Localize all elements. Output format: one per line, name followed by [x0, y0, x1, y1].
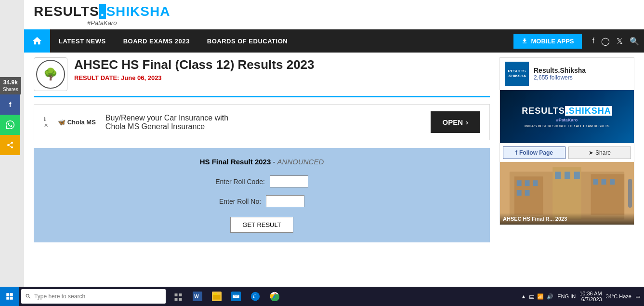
taskbar: W ▲ 🖴 📶 🔊 ENG IN 10:36 AM 6/7/2023 34°C … [0, 287, 644, 306]
mobile-apps-button[interactable]: MOBILE APPS [513, 34, 581, 49]
get-result-button[interactable]: GET RESULT [230, 217, 293, 233]
sidebar-page-info: Results.Shiksha 2,655 followers [534, 67, 586, 81]
article-logo-inner: 🌳 [36, 60, 65, 89]
main-content: 🌳 AHSEC HS Final (Class 12) Results 2023… [34, 57, 490, 242]
logo-results: RESULTS [34, 4, 99, 19]
logo-dot: . [99, 4, 106, 19]
taskbar-task-view[interactable] [170, 288, 187, 305]
result-announced: HS Final Result 2023 - ANNOUNCED [43, 158, 480, 166]
logo-shiksha: SHIKSHA [106, 4, 170, 19]
logo-text: RESULTS.SHIKSHA [34, 5, 170, 18]
twitter-nav-icon[interactable]: 𝕏 [617, 37, 623, 46]
roll-no-input[interactable] [266, 195, 304, 207]
taskbar-clock: 10:36 AM 6/7/2023 [579, 291, 602, 302]
sidebar: RESULTS .SHIKSHA Results.Shiksha 2,655 f… [499, 57, 634, 242]
taskbar-mail-icon[interactable] [227, 288, 245, 305]
svg-rect-13 [593, 179, 598, 185]
article-title-block: AHSEC HS Final (Class 12) Results 2023 R… [74, 57, 490, 81]
whatsapp-share-button[interactable] [0, 115, 20, 135]
taskbar-word-icon[interactable]: W [189, 288, 206, 305]
start-button[interactable] [0, 287, 19, 306]
sidebar-logo-small: RESULTS .SHIKSHA [505, 62, 529, 86]
taskbar-right: ▲ 🖴 📶 🔊 ENG IN 10:36 AM 6/7/2023 34°C Ha… [517, 291, 644, 302]
ad-logo: 🦋 Chola MS [58, 119, 96, 126]
follow-page-button[interactable]: f Follow Page [503, 146, 565, 159]
sidebar-preview-image: RESULTS.SHIKSHA #PataKaro INDIA'S BEST R… [500, 90, 634, 143]
taskbar-explorer-icon[interactable] [208, 288, 225, 305]
generic-share-button[interactable] [0, 135, 20, 155]
site-header: RESULTS.SHIKSHA #PataKaro [24, 0, 644, 29]
roll-code-row: Enter Roll Code: [43, 175, 480, 187]
logo-tree-icon: 🌳 [43, 67, 58, 81]
nav-social-icons: f ◯ 𝕏 🔍 [588, 37, 644, 46]
nav-board-exams[interactable]: BOARD EXAMS 2023 [115, 29, 198, 53]
taskbar-weather: 34°C Haze [606, 293, 631, 299]
svg-rect-12 [574, 172, 580, 179]
ad-text: Buy/Renew your Car Insurance with Chola … [105, 114, 421, 131]
article-logo: 🌳 [34, 57, 67, 91]
article-divider [34, 96, 490, 97]
content-area: 🌳 AHSEC HS Final (Class 12) Results 2023… [24, 57, 644, 247]
sidebar-building-image: AHSEC HS Final R... 2023 [500, 162, 634, 225]
ad-banner: ℹ ✕ 🦋 Chola MS Buy/Renew your Car Insura… [34, 104, 490, 140]
roll-no-row: Enter Roll No: [43, 195, 480, 207]
facebook-nav-icon[interactable]: f [592, 37, 594, 45]
nav-home-button[interactable] [24, 29, 50, 53]
sidebar-fb-card: RESULTS .SHIKSHA Results.Shiksha 2,655 f… [499, 57, 634, 225]
taskbar-language: ENG IN [557, 293, 576, 299]
result-form-container: HS Final Result 2023 - ANNOUNCED Enter R… [34, 148, 490, 242]
ad-open-button[interactable]: OPEN › [431, 111, 480, 133]
svg-rect-6 [525, 180, 530, 186]
ad-info-icons[interactable]: ℹ ✕ [44, 116, 48, 129]
taskbar-edge-icon[interactable] [247, 288, 264, 305]
site-logo[interactable]: RESULTS.SHIKSHA #PataKaro [34, 5, 170, 27]
taskbar-search-input[interactable] [34, 293, 162, 300]
svg-rect-8 [517, 190, 522, 196]
share-count: 34.9k Shares [0, 77, 21, 94]
main-nav: LATEST NEWS BOARD EXAMS 2023 BOARDS OF E… [24, 29, 644, 53]
nav-latest-news[interactable]: LATEST NEWS [50, 29, 115, 53]
sidebar-share-button[interactable]: ➤ Share [568, 146, 631, 159]
roll-no-label: Enter Roll No: [219, 198, 261, 205]
svg-point-20 [251, 292, 260, 301]
search-nav-icon[interactable]: 🔍 [630, 37, 639, 46]
taskbar-search-box[interactable] [21, 289, 166, 304]
sidebar-scroll-indicator[interactable] [628, 179, 632, 208]
article-title: AHSEC HS Final (Class 12) Results 2023 [74, 57, 490, 72]
article-header: 🌳 AHSEC HS Final (Class 12) Results 2023… [34, 57, 490, 91]
instagram-nav-icon[interactable]: ◯ [601, 37, 610, 46]
logo-tagline: #PataKaro [87, 19, 117, 27]
svg-rect-10 [555, 172, 561, 179]
taskbar-chrome-icon[interactable] [266, 288, 283, 305]
sidebar-fb-header: RESULTS .SHIKSHA Results.Shiksha 2,655 f… [500, 58, 634, 90]
nav-boards-education[interactable]: BOARDS OF EDUCATION [198, 29, 296, 53]
sidebar-building-caption: AHSEC HS Final R... 2023 [500, 213, 634, 225]
svg-rect-9 [525, 190, 530, 196]
share-sidebar: 34.9k Shares f [0, 77, 21, 155]
roll-code-label: Enter Roll Code: [215, 178, 265, 186]
page-wrapper: RESULTS.SHIKSHA #PataKaro LATEST NEWS BO… [24, 0, 644, 287]
article-date: RESULT DATE: June 06, 2023 [74, 74, 490, 81]
svg-rect-7 [533, 180, 538, 186]
sidebar-actions: f Follow Page ➤ Share [500, 143, 634, 162]
svg-rect-14 [601, 179, 606, 185]
svg-rect-15 [610, 179, 615, 185]
svg-text:W: W [194, 294, 199, 299]
taskbar-pinned-icons: W [170, 288, 283, 305]
svg-rect-5 [517, 180, 522, 186]
taskbar-system-icons: ▲ 🖴 📶 🔊 [521, 293, 553, 300]
svg-rect-11 [565, 172, 570, 179]
roll-code-input[interactable] [270, 175, 308, 187]
facebook-share-button[interactable]: f [0, 94, 20, 115]
